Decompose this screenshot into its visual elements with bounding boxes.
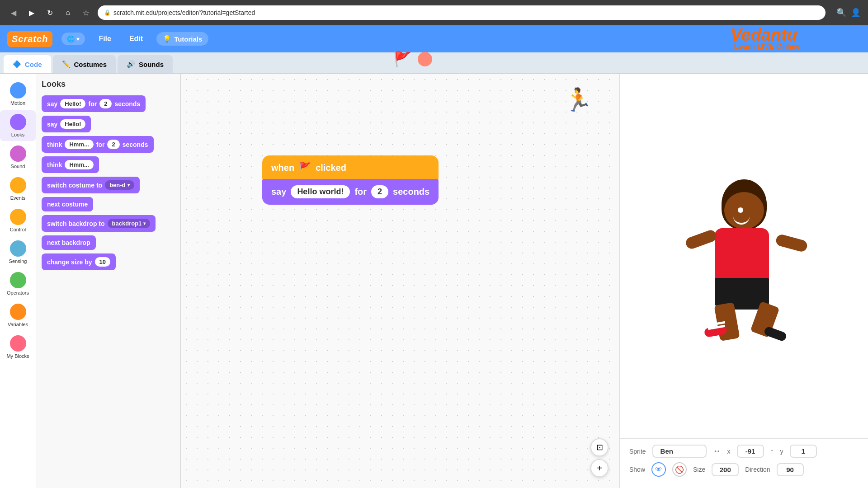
browser-bar: ◀ ▶ ↻ ⌂ ☆ 🔒 scratch.mit.edu/projects/edi… xyxy=(0,0,868,25)
looks-block-say-hello-world[interactable]: say Hello world! for 2 seconds xyxy=(262,179,439,205)
block-hello2-pill: Hello! xyxy=(60,119,85,129)
block-hello-pill: Hello! xyxy=(60,99,85,108)
sprite-label: Sprite xyxy=(629,448,646,455)
tab-bar: 🚩 🔷 Code ✏️ Costumes 🔊 Sounds xyxy=(0,52,868,74)
size-value-box[interactable]: 200 xyxy=(712,463,739,476)
block-think-hmm[interactable]: think Hmm... xyxy=(42,156,99,173)
sprite-arm-right xyxy=(775,233,808,253)
tutorials-button[interactable]: 💡 Tutorials xyxy=(156,32,208,46)
sidebar-item-operators[interactable]: Operators xyxy=(0,268,36,299)
sensing-label: Sensing xyxy=(9,258,27,264)
url-text: scratch.mit.edu/projects/editor/?tutoria… xyxy=(113,9,255,16)
category-sidebar: Motion Looks Sound Events Control Sensin… xyxy=(0,74,36,488)
sprite-name-box[interactable]: Ben xyxy=(652,445,707,458)
green-flag-button[interactable]: 🚩 xyxy=(393,51,411,68)
globe-button[interactable]: 🌐 ▾ xyxy=(61,33,85,45)
sidebar-item-events[interactable]: Events xyxy=(0,174,36,204)
scratch-logo[interactable]: Scratch xyxy=(7,31,52,47)
operators-circle xyxy=(10,272,26,288)
costumes-tab-label: Costumes xyxy=(74,61,107,68)
fit-icon: ⊡ xyxy=(596,442,603,452)
sidebar-item-control[interactable]: Control xyxy=(0,205,36,236)
tab-costumes[interactable]: ✏️ Costumes xyxy=(53,55,116,73)
backdrop-text: backdrop1 xyxy=(112,220,142,227)
hide-button[interactable]: 🚫 xyxy=(672,462,687,477)
block-for-label: for xyxy=(88,100,97,108)
vedantu-sub: Learn LIVE Online xyxy=(734,42,800,51)
operators-label: Operators xyxy=(7,290,29,296)
zoom-fit-button[interactable]: ⊡ xyxy=(590,438,609,456)
sounds-tab-icon: 🔊 xyxy=(127,60,135,68)
block-switch-costume[interactable]: switch costume to ben-d ▾ xyxy=(42,177,140,193)
variables-label: Variables xyxy=(8,322,28,327)
sidebar-item-looks[interactable]: Looks xyxy=(0,110,36,141)
looks-circle xyxy=(10,114,26,130)
code-area[interactable]: 🏃 when 🚩 clicked say Hello world! for 2 … xyxy=(181,74,619,488)
refresh-button[interactable]: ↻ xyxy=(43,6,56,19)
block-say-hello-seconds[interactable]: say Hello! for 2 seconds xyxy=(42,95,146,112)
home-button[interactable]: ⌂ xyxy=(61,6,74,19)
block-say-label: say xyxy=(47,100,57,108)
file-menu[interactable]: File xyxy=(94,32,116,46)
block-next-costume-label: next costume xyxy=(47,201,88,208)
sidebar-item-sensing[interactable]: Sensing xyxy=(0,237,36,267)
control-label: Control xyxy=(10,227,26,232)
block-change-size[interactable]: change size by 10 xyxy=(42,253,116,270)
block-next-costume[interactable]: next costume xyxy=(42,197,93,211)
costumes-tab-icon: ✏️ xyxy=(62,60,71,68)
tutorials-icon: 💡 xyxy=(163,35,171,43)
block-for2-label: for xyxy=(96,141,105,148)
block-hmm2-pill: Hmm... xyxy=(65,160,93,169)
block-switch-backdrop-label: switch backdrop to xyxy=(47,220,105,227)
say-text: say xyxy=(271,187,286,197)
motion-label: Motion xyxy=(10,100,25,106)
sidebar-item-variables[interactable]: Variables xyxy=(0,300,36,331)
tab-sounds[interactable]: 🔊 Sounds xyxy=(118,55,173,73)
block-backdrop-pill[interactable]: backdrop1 ▾ xyxy=(108,219,151,228)
sounds-tab-label: Sounds xyxy=(139,61,164,68)
back-button[interactable]: ◀ xyxy=(7,6,20,19)
myblocks-label: My Blocks xyxy=(6,353,29,359)
sprite-info-bar: Sprite Ben ↔ x -91 ↑ y 1 Show 👁 🚫 Size 2… xyxy=(620,438,868,488)
2-pill[interactable]: 2 xyxy=(371,185,388,198)
green-flag-icon: 🚩 xyxy=(299,162,311,174)
when-text: when xyxy=(271,163,294,173)
bend-text: ben-d xyxy=(109,182,125,188)
direction-value-box[interactable]: 90 xyxy=(777,463,804,476)
sidebar-item-myblocks[interactable]: My Blocks xyxy=(0,332,36,362)
events-circle xyxy=(10,177,26,193)
blocks-palette: Looks say Hello! for 2 seconds say Hello… xyxy=(36,74,181,488)
search-icon[interactable]: 🔍 xyxy=(836,8,846,18)
block-bend-pill[interactable]: ben-d ▾ xyxy=(105,180,134,190)
hide-icon: 🚫 xyxy=(675,465,684,474)
block-next-backdrop[interactable]: next backdrop xyxy=(42,235,96,250)
sensing-circle xyxy=(10,240,26,257)
sprite-info-row-2: Show 👁 🚫 Size 200 Direction 90 xyxy=(629,462,859,477)
clicked-text: clicked xyxy=(316,163,346,173)
zoom-button[interactable]: + xyxy=(590,459,609,477)
forward-button[interactable]: ▶ xyxy=(25,6,38,19)
sound-circle xyxy=(10,145,26,162)
hello-world-pill[interactable]: Hello world! xyxy=(291,185,350,198)
for-text: for xyxy=(354,187,367,197)
bookmark-button[interactable]: ☆ xyxy=(80,6,92,19)
x-value-box[interactable]: -91 xyxy=(737,445,764,458)
y-value-box[interactable]: 1 xyxy=(790,445,817,458)
block-think-hmm-seconds[interactable]: think Hmm... for 2 seconds xyxy=(42,136,154,153)
code-tab-icon: 🔷 xyxy=(13,60,21,68)
event-block-when-clicked[interactable]: when 🚩 clicked xyxy=(262,155,439,180)
tab-code[interactable]: 🔷 Code xyxy=(4,55,51,73)
direction-label: Direction xyxy=(745,466,770,473)
edit-menu[interactable]: Edit xyxy=(125,32,147,46)
stop-button[interactable] xyxy=(418,52,432,66)
block-2b-pill: 2 xyxy=(107,140,119,149)
sidebar-item-motion[interactable]: Motion xyxy=(0,79,36,109)
user-icon[interactable]: 👤 xyxy=(851,8,861,18)
sidebar-item-sound[interactable]: Sound xyxy=(0,142,36,173)
block-switch-backdrop[interactable]: switch backdrop to backdrop1 ▾ xyxy=(42,215,156,232)
block-hmm-pill: Hmm... xyxy=(65,140,93,149)
show-button[interactable]: 👁 xyxy=(651,462,666,477)
x-label: x xyxy=(727,448,731,455)
address-bar[interactable]: 🔒 scratch.mit.edu/projects/editor/?tutor… xyxy=(98,5,826,20)
block-say-hello[interactable]: say Hello! xyxy=(42,116,91,132)
